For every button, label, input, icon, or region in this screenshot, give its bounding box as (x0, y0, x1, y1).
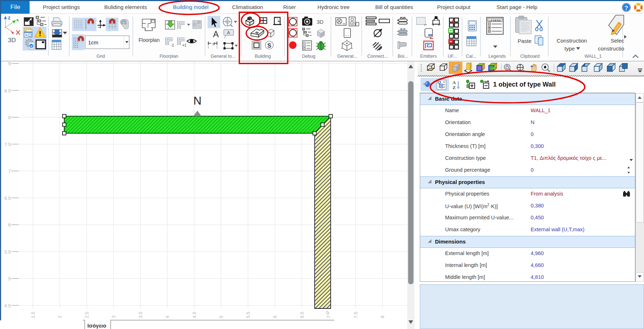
svg-text:6: 6 (272, 316, 278, 318)
svg-text:7.5: 7.5 (4, 142, 11, 147)
svg-text:Construction: Construction (557, 38, 587, 44)
svg-text:3.5: 3.5 (138, 312, 143, 318)
svg-text:1.5: 1.5 (30, 312, 36, 318)
svg-text:5.5: 5.5 (245, 312, 251, 318)
svg-text:5: 5 (8, 276, 11, 281)
svg-text:N: N (193, 95, 201, 107)
svg-text:7: 7 (326, 316, 331, 318)
svg-text:Selec: Selec (610, 38, 624, 44)
svg-text:?: ? (625, 5, 628, 12)
svg-text:6.5: 6.5 (299, 312, 305, 318)
svg-text:type: type (565, 45, 575, 52)
svg-text:3: 3 (111, 316, 116, 318)
svg-text:8: 8 (380, 316, 385, 318)
svg-text:5.5: 5.5 (4, 249, 11, 255)
svg-text:2: 2 (57, 316, 62, 318)
svg-text:2.5: 2.5 (84, 312, 90, 318)
svg-text:4.5: 4.5 (192, 312, 197, 318)
svg-text:Paste: Paste (518, 38, 531, 44)
svg-text:7: 7 (8, 168, 11, 174)
svg-text:A: A (452, 80, 456, 85)
svg-text:4.5: 4.5 (4, 303, 11, 308)
svg-text:5: 5 (218, 316, 224, 318)
svg-text:6.5: 6.5 (4, 196, 11, 201)
svg-text:4: 4 (165, 316, 170, 318)
svg-text:9: 9 (8, 61, 11, 66)
svg-text:Ισόγειο: Ισόγειο (87, 323, 106, 329)
svg-text:Z: Z (453, 85, 456, 90)
svg-text:7.5: 7.5 (353, 312, 358, 318)
svg-text:constructio: constructio (598, 45, 624, 52)
svg-text:LEGEND: LEGEND (489, 19, 501, 22)
svg-text:8.5: 8.5 (4, 88, 11, 93)
svg-text:6: 6 (8, 222, 11, 228)
svg-text:8: 8 (8, 115, 11, 120)
